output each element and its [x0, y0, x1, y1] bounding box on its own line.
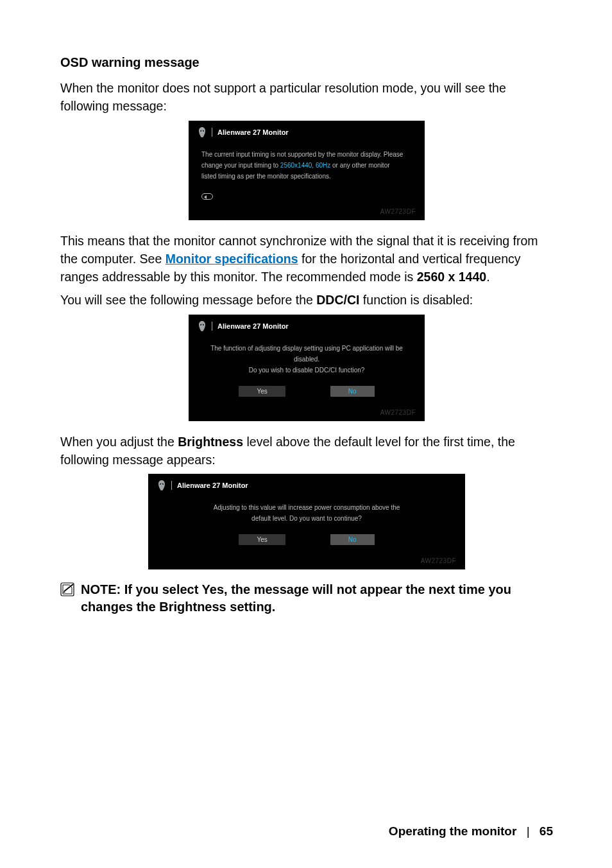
osd-text: change your input timing to: [201, 162, 280, 169]
osd-line: The current input timing is not supporte…: [201, 149, 412, 160]
yes-button[interactable]: Yes: [239, 534, 285, 545]
no-button[interactable]: No: [330, 534, 375, 545]
no-button[interactable]: No: [330, 386, 375, 397]
footer-section-title: Operating the monitor: [389, 824, 517, 838]
note-text: NOTE: If you select Yes, the message wil…: [81, 581, 553, 616]
osd-model-label: AW2723DF: [421, 557, 456, 564]
osd-line: The function of adjusting display settin…: [208, 343, 405, 354]
page-footer: Operating the monitor | 65: [389, 824, 553, 838]
osd-header: Alienware 27 Monitor: [189, 315, 425, 335]
footer-page-number: 65: [540, 824, 553, 838]
recommended-mode: 2560 x 1440: [417, 270, 486, 284]
paragraph-intro-resolution: When the monitor does not support a part…: [60, 79, 553, 116]
osd-model-label: AW2723DF: [380, 409, 416, 416]
osd-line: change your input timing to 2560x1440, 6…: [201, 160, 412, 171]
osd-header: Alienware 27 Monitor: [189, 121, 425, 141]
section-heading: OSD warning message: [60, 55, 553, 70]
yes-button[interactable]: Yes: [239, 386, 285, 397]
osd-dialog-timing: Alienware 27 Monitor The current input t…: [189, 121, 425, 220]
osd-title: Alienware 27 Monitor: [212, 128, 289, 137]
osd-button-row: Yes No: [148, 530, 465, 551]
text-run: When you adjust the: [60, 435, 178, 449]
footer-separator: |: [527, 824, 530, 838]
alienware-logo-icon: [198, 127, 207, 137]
note-block: NOTE: If you select Yes, the message wil…: [60, 581, 553, 616]
osd-line: listed timing as per the monitor specifi…: [201, 171, 412, 182]
text-run: function is disabled:: [359, 293, 473, 307]
osd-model-label: AW2723DF: [380, 208, 416, 215]
osd-dialog-ddcci: Alienware 27 Monitor The function of adj…: [189, 315, 425, 421]
osd-back-row: [189, 191, 425, 202]
osd-title: Alienware 27 Monitor: [212, 322, 289, 331]
text-run: .: [486, 270, 489, 284]
paragraph-sync-explain: This means that the monitor cannot synch…: [60, 232, 553, 286]
osd-highlight-resolution: 2560x1440, 60Hz: [280, 162, 330, 169]
osd-title: Alienware 27 Monitor: [171, 481, 248, 490]
osd-header: Alienware 27 Monitor: [148, 474, 465, 494]
osd-line: Adjusting to this value will increase po…: [167, 502, 446, 513]
paragraph-brightness: When you adjust the Brightness level abo…: [60, 433, 553, 469]
alienware-logo-icon: [198, 321, 207, 331]
brightness-term: Brightness: [178, 435, 243, 449]
osd-line: default level. Do you want to continue?: [167, 513, 446, 524]
back-icon[interactable]: [201, 193, 213, 200]
osd-dialog-brightness: Alienware 27 Monitor Adjusting to this v…: [148, 474, 465, 569]
note-icon: [60, 582, 74, 596]
osd-message: The function of adjusting display settin…: [189, 335, 425, 382]
osd-button-row: Yes No: [189, 382, 425, 403]
osd-text: or any other monitor: [330, 162, 389, 169]
osd-line: Do you wish to disable DDC/CI function?: [208, 365, 405, 376]
paragraph-ddcci: You will see the following message befor…: [60, 291, 553, 309]
osd-line: disabled.: [208, 354, 405, 365]
text-run: You will see the following message befor…: [60, 293, 316, 307]
osd-message: Adjusting to this value will increase po…: [148, 494, 465, 530]
alienware-logo-icon: [157, 480, 166, 490]
link-monitor-specifications[interactable]: Monitor specifications: [166, 252, 298, 266]
ddcci-term: DDC/CI: [316, 293, 359, 307]
osd-message: The current input timing is not supporte…: [189, 141, 425, 188]
